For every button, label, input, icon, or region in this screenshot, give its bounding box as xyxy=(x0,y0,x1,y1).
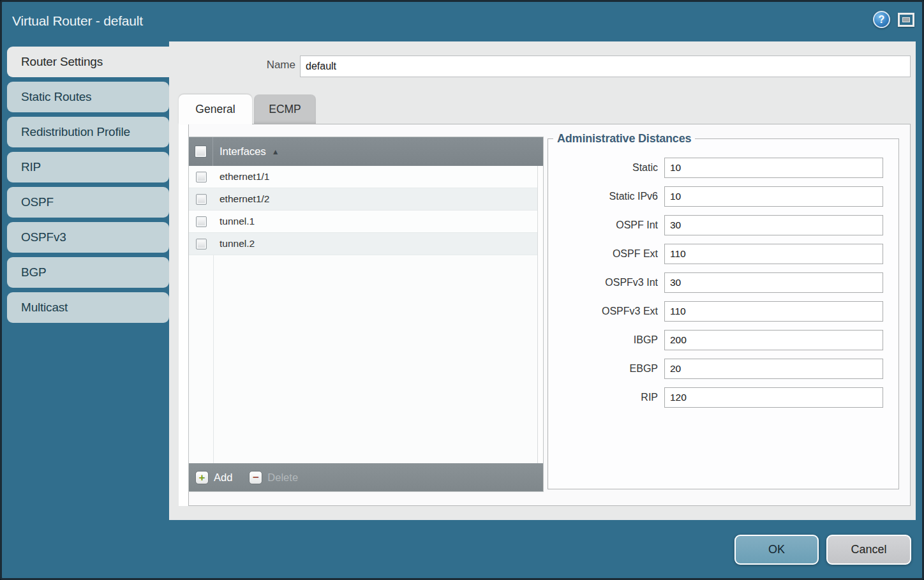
static-input[interactable] xyxy=(664,158,883,178)
sidebar: Router Settings Static Routes Redistribu… xyxy=(7,47,174,327)
static-ipv6-label: Static IPv6 xyxy=(548,191,664,202)
ibgp-label: IBGP xyxy=(548,334,664,346)
sidebar-item-ospf[interactable]: OSPF xyxy=(7,187,169,218)
rip-label: RIP xyxy=(548,392,664,403)
dialog-title: Virtual Router - default xyxy=(12,13,143,29)
static-label: Static xyxy=(548,162,664,174)
administrative-distances-fieldset: Administrative Distances Static Static I… xyxy=(548,132,899,489)
sidebar-item-redistribution-profile[interactable]: Redistribution Profile xyxy=(7,117,169,147)
field-row-ospf-int: OSPF Int xyxy=(548,215,898,235)
table-scrollbar[interactable] xyxy=(537,166,543,463)
ospf-int-input[interactable] xyxy=(664,215,883,235)
tab-general[interactable]: General xyxy=(179,94,252,124)
ospf-int-label: OSPF Int xyxy=(548,219,664,231)
name-input[interactable] xyxy=(300,56,911,77)
interfaces-table-footer: + Add − Delete xyxy=(189,463,543,491)
dialog-titlebar: Virtual Router - default ? xyxy=(2,2,922,41)
row-checkbox-cell xyxy=(189,172,213,182)
ospfv3-int-label: OSPFv3 Int xyxy=(548,277,664,288)
interfaces-table: Interfaces ▲ ethernet1/1 xyxy=(188,137,544,492)
sidebar-item-bgp[interactable]: BGP xyxy=(7,257,169,288)
row-checkbox-cell xyxy=(189,216,213,227)
add-button-label: Add xyxy=(214,472,232,484)
interfaces-column-header[interactable]: Interfaces xyxy=(220,145,266,158)
sidebar-item-ospfv3[interactable]: OSPFv3 xyxy=(7,222,169,253)
virtual-router-dialog: Virtual Router - default ? Router Settin… xyxy=(0,0,924,580)
ospfv3-ext-label: OSPFv3 Ext xyxy=(548,306,664,317)
row-checkbox[interactable] xyxy=(196,216,207,227)
ospfv3-int-input[interactable] xyxy=(664,272,883,293)
window-icon-inner xyxy=(902,17,910,22)
ibgp-input[interactable] xyxy=(664,330,883,350)
ebgp-label: EBGP xyxy=(548,363,664,375)
row-checkbox[interactable] xyxy=(196,172,207,182)
table-row[interactable]: tunnel.2 xyxy=(189,233,543,255)
row-checkbox-cell xyxy=(189,239,213,249)
field-row-ibgp: IBGP xyxy=(548,330,898,350)
interface-name: tunnel.1 xyxy=(220,216,255,227)
row-checkbox[interactable] xyxy=(196,194,207,205)
titlebar-icons: ? xyxy=(873,11,914,28)
delete-button-label: Delete xyxy=(267,472,298,484)
field-row-ebgp: EBGP xyxy=(548,359,898,379)
select-all-cell xyxy=(189,137,213,166)
interfaces-table-header: Interfaces ▲ xyxy=(189,137,543,166)
field-row-ospfv3-ext: OSPFv3 Ext xyxy=(548,301,898,322)
interface-name: tunnel.2 xyxy=(220,238,255,249)
static-ipv6-input[interactable] xyxy=(664,186,883,207)
interface-name: ethernet1/1 xyxy=(220,171,269,182)
table-row[interactable]: ethernet1/2 xyxy=(189,188,543,211)
table-row[interactable]: tunnel.1 xyxy=(189,211,543,233)
name-label: Name xyxy=(169,59,295,71)
select-all-checkbox[interactable] xyxy=(195,145,207,158)
add-plus-icon: + xyxy=(195,471,209,484)
add-button[interactable]: + Add xyxy=(195,471,232,484)
general-tab-wrapper: Interfaces ▲ ethernet1/1 xyxy=(179,124,911,506)
window-icon[interactable] xyxy=(898,13,914,27)
delete-minus-icon: − xyxy=(249,471,262,484)
sidebar-item-static-routes[interactable]: Static Routes xyxy=(7,82,169,112)
row-checkbox[interactable] xyxy=(196,239,207,249)
rip-input[interactable] xyxy=(664,387,883,408)
field-row-static-ipv6: Static IPv6 xyxy=(548,186,898,207)
sidebar-item-multicast[interactable]: Multicast xyxy=(7,292,169,323)
general-tab-panel: Interfaces ▲ ethernet1/1 xyxy=(188,124,911,506)
field-row-rip: RIP xyxy=(548,387,898,408)
delete-button[interactable]: − Delete xyxy=(249,471,298,484)
sort-ascending-icon[interactable]: ▲ xyxy=(272,147,279,156)
tab-ecmp[interactable]: ECMP xyxy=(254,94,316,124)
table-row[interactable]: ethernet1/1 xyxy=(189,166,543,188)
row-checkbox-cell xyxy=(189,194,213,205)
ospf-ext-label: OSPF Ext xyxy=(548,248,664,260)
interface-name: ethernet1/2 xyxy=(220,193,269,205)
sidebar-item-rip[interactable]: RIP xyxy=(7,152,169,182)
ospf-ext-input[interactable] xyxy=(664,244,883,264)
field-row-ospfv3-int: OSPFv3 Int xyxy=(548,272,898,293)
administrative-distances-legend: Administrative Distances xyxy=(553,132,695,145)
help-icon[interactable]: ? xyxy=(873,11,890,28)
cancel-button[interactable]: Cancel xyxy=(826,535,911,565)
router-settings-panel: Name General ECMP Interfaces ▲ xyxy=(169,41,916,520)
sidebar-item-router-settings[interactable]: Router Settings xyxy=(7,47,174,77)
interfaces-rows: ethernet1/1 ethernet1/2 tu xyxy=(189,166,543,463)
ospfv3-ext-input[interactable] xyxy=(664,301,883,322)
ok-button[interactable]: OK xyxy=(734,535,819,565)
field-row-ospf-ext: OSPF Ext xyxy=(548,244,898,264)
ebgp-input[interactable] xyxy=(664,359,883,379)
field-row-static: Static xyxy=(548,158,898,178)
